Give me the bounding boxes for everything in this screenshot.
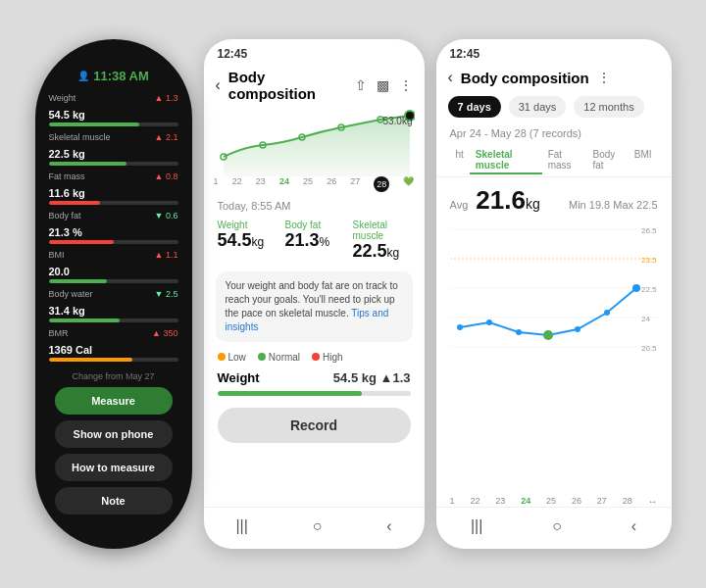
svg-text:24: 24 (641, 315, 650, 323)
metric-tab-fatmass[interactable]: Fat mass (542, 147, 587, 174)
chart-x-labels: 1 22 23 24 25 26 27 28 ↔ (436, 496, 672, 507)
phone-right-time: 12:45 (450, 47, 480, 61)
metric-weight-value: 54.5 kg (49, 109, 85, 121)
label-28: 28 (374, 176, 389, 192)
metric-bodyfat-item-value: 21.3% (285, 230, 343, 251)
x-23: 23 (495, 496, 505, 507)
watch-status-bar: 👤 11:38 AM (77, 69, 149, 83)
x-24: 24 (521, 496, 530, 507)
label-heart: 💚 (403, 176, 414, 192)
phone-left-time: 12:45 (218, 47, 248, 61)
metric-bmr: BMR ▲ 350 1369 Cal (49, 328, 178, 362)
phone-right-nav: ||| ○ ‹ (436, 507, 672, 549)
right-nav-menu-icon[interactable]: ||| (471, 517, 482, 535)
tab-row: 7 days 31 days 12 months (436, 90, 672, 123)
right-more-icon[interactable]: ⋮ (597, 70, 611, 85)
label-27: 27 (350, 176, 360, 192)
share-icon[interactable]: ⇧ (355, 77, 367, 93)
phone-left-chart: 53.0kg (204, 108, 425, 176)
svg-point-16 (457, 324, 463, 330)
x-28: 28 (623, 496, 632, 507)
tab-31days[interactable]: 31 days (509, 96, 567, 118)
metric-tab-bmi[interactable]: BMI (629, 147, 658, 174)
metric-bodyfat-value: 21.3 % (49, 226, 82, 238)
svg-text:22.5: 22.5 (641, 285, 657, 294)
svg-point-22 (632, 284, 640, 292)
legend-high: High (312, 352, 343, 363)
nav-home-icon[interactable]: ○ (313, 517, 323, 535)
nav-back-icon[interactable]: ‹ (386, 517, 391, 535)
metric-bodywater-change: ▼ 2.5 (155, 289, 178, 299)
x-27: 27 (597, 496, 607, 507)
metric-bodyfat-item-label: Body fat (285, 220, 343, 230)
metric-weight: Weight ▲ 1.3 54.5 kg (49, 93, 178, 126)
svg-point-23 (543, 330, 553, 340)
show-on-phone-button[interactable]: Show on phone (55, 420, 173, 448)
phone-right-title: Body composition (461, 70, 589, 86)
right-nav-back-icon[interactable]: ‹ (631, 517, 636, 535)
x-25: 25 (546, 496, 556, 507)
svg-text:23.5: 23.5 (641, 256, 657, 265)
metric-skeletal-item-value: 22.5kg (353, 241, 411, 262)
metric-fatmass: Fat mass ▲ 0.8 11.6 kg (49, 172, 178, 205)
legend-row: Low Normal High (204, 348, 425, 367)
right-back-icon[interactable]: ‹ (448, 69, 453, 86)
chart-icon[interactable]: ▩ (377, 77, 389, 93)
watch-time: 11:38 AM (93, 69, 149, 83)
x-expand-icon[interactable]: ↔ (648, 496, 658, 507)
tab-12months[interactable]: 12 months (574, 96, 643, 118)
metric-weight-change: ▲ 1.3 (155, 93, 178, 103)
metric-bmi-label: BMI (49, 250, 65, 260)
measure-button[interactable]: Measure (55, 387, 173, 415)
metric-bodyfat-item: Body fat 21.3% (285, 220, 343, 262)
weight-bar (218, 391, 411, 396)
note-button[interactable]: Note (55, 487, 173, 514)
x-22: 22 (470, 496, 479, 507)
watch-date-label: Change from May 27 (72, 371, 154, 381)
metric-bodywater-value: 31.4 kg (49, 305, 85, 317)
right-nav-home-icon[interactable]: ○ (552, 517, 562, 535)
phone-left-title: Body composition (228, 69, 347, 102)
svg-point-18 (516, 329, 522, 335)
weight-label: Weight (218, 370, 260, 385)
metric-skeletal-label: Skeletal muscle (49, 132, 111, 142)
weight-bar-fill (218, 391, 363, 396)
metric-tab-ht[interactable]: ht (450, 147, 470, 174)
more-icon[interactable]: ⋮ (399, 77, 413, 93)
nav-menu-icon[interactable]: ||| (235, 517, 247, 535)
svg-text:26.5: 26.5 (641, 226, 657, 235)
today-label: Today, 8:55 AM (204, 192, 425, 216)
metric-bodyfat-label: Body fat (49, 211, 81, 220)
weight-value: 54.5 kg ▲1.3 (333, 370, 411, 385)
phone-left-header: 12:45 (204, 39, 425, 65)
metric-bodyfat-change: ▼ 0.6 (155, 211, 178, 220)
legend-low: Low (218, 352, 246, 363)
metric-fatmass-value: 11.6 kg (49, 187, 85, 199)
tab-7days[interactable]: 7 days (448, 96, 501, 118)
phone-right-icons: ⋮ (597, 70, 611, 85)
metric-weight-item-label: Weight (218, 220, 276, 230)
kg-badge: 53.0kg (382, 116, 412, 126)
metric-tabs-row: ht Skeletal muscle Fat mass Body fat BMI (436, 143, 672, 177)
metric-weight-label: Weight (49, 93, 76, 103)
weight-row: Weight 54.5 kg ▲1.3 (204, 367, 425, 389)
label-25: 25 (303, 176, 313, 192)
how-to-measure-button[interactable]: How to measure (55, 454, 173, 481)
scene: 👤 11:38 AM Weight ▲ 1.3 54.5 kg Skeletal… (0, 0, 706, 588)
metric-tab-skeletal[interactable]: Skeletal muscle (470, 147, 542, 174)
metric-bmr-change: ▲ 350 (152, 328, 177, 338)
label-24: 24 (279, 176, 289, 192)
avg-value: 21.6kg (476, 185, 539, 216)
metric-bmr-label: BMR (49, 328, 69, 338)
x-26: 26 (572, 496, 581, 507)
record-button[interactable]: Record (218, 408, 411, 443)
phone-left: 12:45 ‹ Body composition ⇧ ▩ ⋮ (204, 39, 425, 549)
metric-tab-bodyfat[interactable]: Body fat (587, 147, 629, 174)
label-23: 23 (256, 176, 266, 192)
svg-point-21 (604, 310, 610, 316)
right-chart: 26.5 23.5 22.5 24 20.5 (436, 220, 672, 496)
back-icon[interactable]: ‹ (216, 76, 221, 94)
metric-weight-item-value: 54.5kg (218, 230, 276, 251)
metric-skeletal-value: 22.5 kg (49, 148, 85, 160)
metric-bodywater-label: Body water (49, 289, 93, 299)
